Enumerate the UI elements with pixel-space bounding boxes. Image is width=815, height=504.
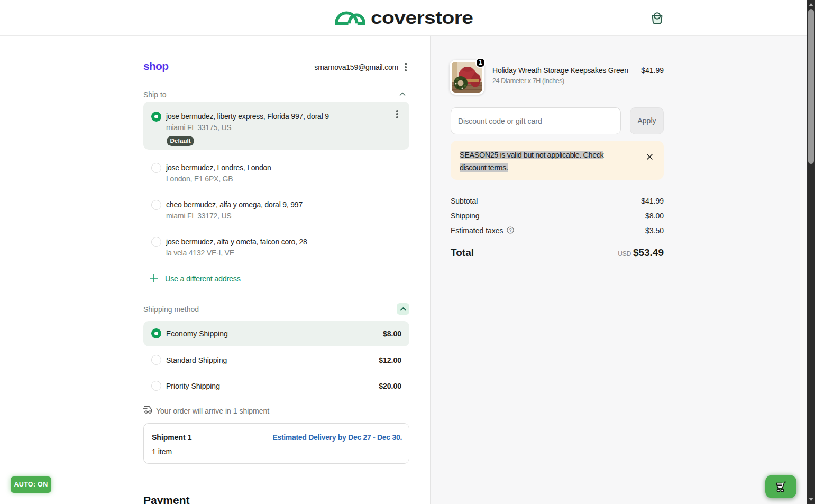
svg-text:?: ?	[509, 227, 512, 233]
